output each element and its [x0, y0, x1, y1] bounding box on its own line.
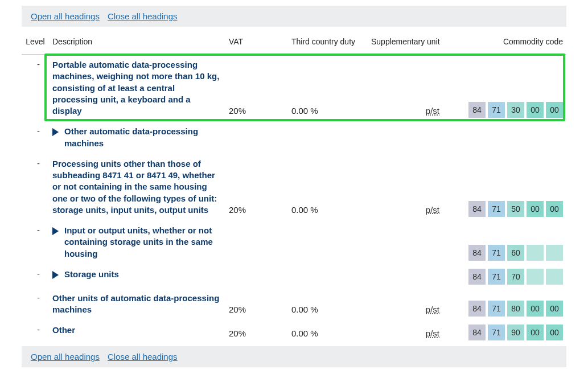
description-cell: Portable automatic data-processing machi… — [49, 55, 225, 122]
commodity-code-segment: 84 — [468, 269, 486, 285]
commodity-code-segment: 00 — [527, 201, 544, 217]
expand-icon[interactable] — [52, 128, 59, 136]
commodity-code-cell: 847160 — [447, 220, 566, 264]
commodity-code-segment — [546, 245, 563, 261]
level-cell: - — [22, 55, 49, 122]
commodity-code-segment: 00 — [546, 301, 563, 317]
vat-cell: 20% — [225, 154, 288, 220]
bottom-controls-bar: Open all headings Close all headings — [22, 346, 566, 367]
tariff-table-container: Level Description VAT Third country duty… — [22, 27, 566, 344]
description-cell: Other automatic data-processing machines — [49, 121, 225, 154]
commodity-code-segment: 50 — [507, 201, 524, 217]
commodity-code-segment: 84 — [468, 201, 486, 217]
commodity-code: 8471800000 — [468, 301, 563, 317]
commodity-code-segment: 00 — [527, 325, 544, 340]
description-link[interactable]: Processing units other than those of sub… — [52, 158, 222, 216]
commodity-code-cell: 8471900000 — [447, 320, 566, 344]
duty-cell: 0.00 % — [288, 288, 368, 321]
description-cell: Other — [49, 320, 225, 344]
description-cell: Input or output units, whether or not co… — [49, 220, 225, 264]
commodity-code-segment: 84 — [468, 325, 486, 340]
close-all-headings-link-bottom[interactable]: Close all headings — [108, 352, 178, 362]
column-header-level: Level — [22, 27, 49, 55]
commodity-code-cell — [447, 121, 566, 154]
column-header-supp: Supplementary unit — [368, 27, 447, 55]
table-row: -Other units of automatic data-processin… — [22, 288, 566, 321]
vat-cell: 20% — [225, 288, 288, 321]
commodity-code-segment: 00 — [527, 102, 544, 118]
column-header-code: Commodity code — [447, 27, 566, 55]
supplementary-unit[interactable]: p/st — [426, 328, 439, 338]
vat-cell — [225, 264, 288, 288]
table-row: -Other20%0.00 %p/st8471900000 — [22, 320, 566, 344]
supplementary-unit[interactable]: p/st — [426, 305, 439, 314]
commodity-code-segment — [527, 269, 544, 285]
close-all-headings-link[interactable]: Close all headings — [108, 11, 178, 21]
commodity-code-segment: 71 — [488, 201, 505, 217]
supp-cell: p/st — [368, 288, 447, 321]
duty-cell: 0.00 % — [288, 320, 368, 344]
supplementary-unit[interactable]: p/st — [426, 106, 439, 116]
level-cell: - — [22, 288, 49, 321]
commodity-code-segment: 71 — [488, 301, 505, 317]
description-link[interactable]: Other automatic data-processing machines — [64, 126, 222, 149]
commodity-code-segment: 71 — [488, 269, 505, 285]
duty-cell — [288, 220, 368, 264]
supp-cell — [368, 121, 447, 154]
commodity-code-cell: 8471500000 — [447, 154, 566, 220]
table-row: -Storage units847170 — [22, 264, 566, 288]
commodity-code-segment: 80 — [507, 301, 524, 317]
column-header-vat: VAT — [225, 27, 288, 55]
description-link[interactable]: Portable automatic data-processing machi… — [52, 59, 222, 117]
description-link[interactable]: Other — [52, 325, 75, 336]
expand-icon[interactable] — [52, 227, 59, 235]
top-controls-bar: Open all headings Close all headings — [22, 6, 566, 27]
table-row: -Input or output units, whether or not c… — [22, 220, 566, 264]
open-all-headings-link[interactable]: Open all headings — [31, 11, 100, 21]
commodity-code: 847170 — [468, 269, 563, 285]
level-cell: - — [22, 264, 49, 288]
commodity-code-segment: 00 — [546, 325, 563, 340]
duty-cell — [288, 121, 368, 154]
commodity-code-cell: 8471300000 — [447, 55, 566, 122]
description-link[interactable]: Storage units — [64, 269, 119, 280]
table-row: -Portable automatic data-processing mach… — [22, 55, 566, 122]
vat-cell — [225, 121, 288, 154]
commodity-code-segment: 00 — [527, 301, 544, 317]
description-cell: Storage units — [49, 264, 225, 288]
duty-cell: 0.00 % — [288, 154, 368, 220]
supp-cell — [368, 264, 447, 288]
commodity-code-segment: 70 — [507, 269, 524, 285]
level-cell: - — [22, 220, 49, 264]
commodity-code-segment — [527, 245, 544, 261]
commodity-code-cell: 847170 — [447, 264, 566, 288]
page-container: Open all headings Close all headings Lev… — [0, 0, 588, 379]
commodity-code: 8471900000 — [468, 325, 563, 340]
description-link[interactable]: Input or output units, whether or not co… — [64, 225, 222, 260]
commodity-code-segment: 71 — [488, 325, 505, 340]
commodity-code-segment: 84 — [468, 301, 486, 317]
description-link[interactable]: Other units of automatic data-processing… — [52, 293, 222, 316]
supp-cell — [368, 220, 447, 264]
table-body: -Portable automatic data-processing mach… — [22, 55, 566, 344]
commodity-code-segment: 71 — [488, 245, 505, 261]
commodity-code-segment: 00 — [546, 201, 563, 217]
expand-icon[interactable] — [52, 271, 59, 279]
description-cell: Other units of automatic data-processing… — [49, 288, 225, 321]
commodity-code-segment: 60 — [507, 245, 524, 261]
supp-cell: p/st — [368, 154, 447, 220]
open-all-headings-link-bottom[interactable]: Open all headings — [31, 352, 100, 362]
vat-cell: 20% — [225, 320, 288, 344]
commodity-code-segment: 30 — [507, 102, 524, 118]
tariff-table: Level Description VAT Third country duty… — [22, 27, 566, 344]
commodity-code-cell: 8471800000 — [447, 288, 566, 321]
vat-cell: 20% — [225, 55, 288, 122]
duty-cell — [288, 264, 368, 288]
commodity-code-segment: 84 — [468, 102, 486, 118]
commodity-code: 8471300000 — [468, 102, 563, 118]
column-header-description: Description — [49, 27, 225, 55]
vat-cell — [225, 220, 288, 264]
supp-cell: p/st — [368, 55, 447, 122]
description-cell: Processing units other than those of sub… — [49, 154, 225, 220]
supplementary-unit[interactable]: p/st — [426, 205, 439, 215]
